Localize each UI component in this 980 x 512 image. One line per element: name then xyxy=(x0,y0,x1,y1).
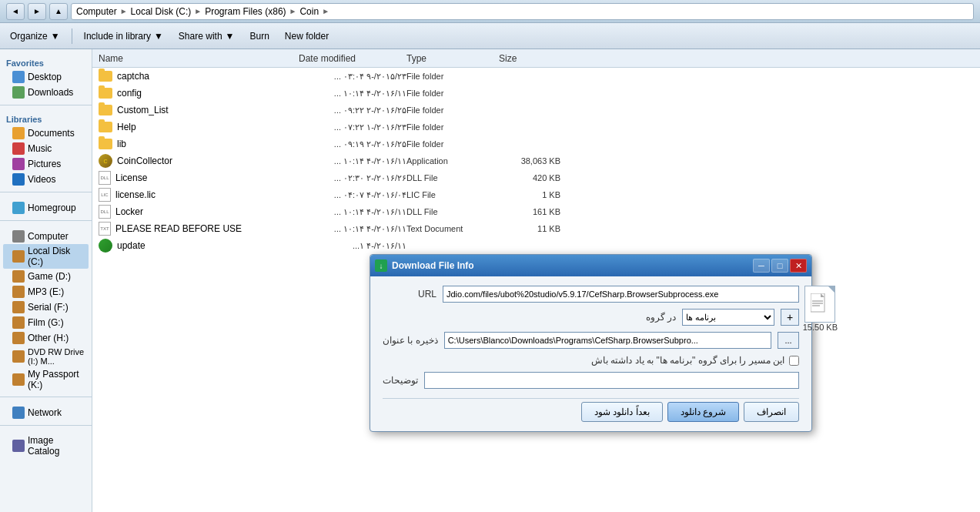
col-header-size[interactable]: Size xyxy=(499,53,560,64)
sidebar-item-mp3[interactable]: MP3 (E:) xyxy=(3,284,89,300)
organize-label: Organize xyxy=(10,31,48,42)
file-name: License xyxy=(115,172,147,183)
burn-button[interactable]: Burn xyxy=(242,26,276,46)
sidebar-item-dvd[interactable]: DVD RW Drive (I:) M... xyxy=(3,346,89,367)
breadcrumb[interactable]: Computer ► Local Disk (C:) ► Program Fil… xyxy=(71,3,974,20)
sidebar-item-serial[interactable]: Serial (F:) xyxy=(3,300,89,315)
favorites-title[interactable]: Favorites xyxy=(3,57,89,69)
dialog-close-button[interactable]: ✕ xyxy=(790,259,807,273)
lic-icon: LIC xyxy=(99,188,111,202)
table-row[interactable]: lib ۲۰۱۶/۲۵/-۲ ۰۹:۱۹ ... File folder xyxy=(92,136,980,152)
sidebar-item-pictures[interactable]: Pictures xyxy=(3,156,89,172)
include-label: Include in library xyxy=(84,31,151,42)
saveas-field[interactable] xyxy=(444,332,771,349)
group-add-button[interactable]: + xyxy=(781,309,799,326)
organize-button[interactable]: Organize ▼ xyxy=(3,26,67,46)
table-row[interactable]: C CoinCollector ۲۰۱۶/۱۱/-۴ ۱۰:۱۴ ... App… xyxy=(92,152,980,169)
breadcrumb-computer[interactable]: Computer xyxy=(76,6,117,17)
libraries-section: Libraries Documents Music Pictures Video… xyxy=(0,109,92,189)
download-dialog: ↓ Download File Info ─ □ ✕ URL در گروه ب… xyxy=(370,254,812,432)
dll-icon: DLL xyxy=(99,171,111,185)
homegroup-label: Homegroup xyxy=(28,202,76,213)
sidebar-item-music[interactable]: Music xyxy=(3,141,89,156)
file-type: DLL File xyxy=(406,173,499,182)
file-name-cell: DLL Locker xyxy=(99,205,299,219)
film-label: Film (G:) xyxy=(28,317,64,328)
file-date: ۲۰۱۶/۱۱/-۴ ۱... xyxy=(299,241,406,251)
table-row[interactable]: update ۲۰۱۶/۱۱/-۴ ۱... xyxy=(92,237,980,254)
sidebar-item-documents[interactable]: Documents xyxy=(3,125,89,141)
table-row[interactable]: LIC license.lic ۲۰۱۶/۰۴/-۴ ۰۴:۰۷ ... LIC… xyxy=(92,186,980,203)
serial-drive-icon xyxy=(12,301,25,313)
breadcrumb-coin[interactable]: Coin xyxy=(299,6,319,17)
include-library-button[interactable]: Include in library ▼ xyxy=(77,26,170,46)
sidebar: Favorites Desktop Downloads Libraries Do… xyxy=(0,49,92,512)
table-row[interactable]: DLL License ۲۰۱۶/۲۶/-۲ ۰۲:۳۰ ... DLL Fil… xyxy=(92,169,980,186)
up-button[interactable]: ▲ xyxy=(49,3,68,20)
file-name-cell: DLL License xyxy=(99,171,299,185)
share-with-button[interactable]: Share with ▼ xyxy=(172,26,242,46)
dialog-maximize-button[interactable]: □ xyxy=(771,259,788,273)
browse-button[interactable]: ... xyxy=(778,332,799,349)
file-preview-area: 15.50 KB xyxy=(803,286,838,332)
table-row[interactable]: config ۲۰۱۶/۱۱/-۴ ۱۰:۱۴ ... File folder xyxy=(92,85,980,102)
music-icon xyxy=(12,142,25,155)
url-field[interactable] xyxy=(443,286,799,303)
url-row: URL xyxy=(383,286,799,303)
locker-dll-icon: DLL xyxy=(99,205,111,219)
breadcrumb-programfiles[interactable]: Program Files (x86) xyxy=(205,6,286,17)
col-header-type[interactable]: Type xyxy=(406,53,499,64)
table-row[interactable]: Custom_List ۲۰۱۶/۲۵/-۲ ۰۹:۲۲ ... File fo… xyxy=(92,102,980,119)
start-download-button[interactable]: شروع دانلود xyxy=(667,402,739,422)
desc-field[interactable] xyxy=(424,372,799,389)
passport-drive-icon xyxy=(12,373,25,386)
file-name-cell: TXT PLEASE READ BEFORE USE xyxy=(99,222,299,236)
sidebar-item-imagecatalog[interactable]: Image Catalog xyxy=(3,433,89,458)
table-row[interactable]: captcha ۲۰۱۵/۲۳/-۹ ۰۳:۰۴ ... File folder xyxy=(92,68,980,85)
videos-label: Videos xyxy=(28,174,55,185)
localdisk-label: Local Disk (C:) xyxy=(28,246,85,267)
new-folder-button[interactable]: New folder xyxy=(278,26,336,46)
burn-label: Burn xyxy=(249,31,269,42)
sidebar-item-mypassport[interactable]: My Passport (K:) xyxy=(3,367,89,392)
remember-row: این مسیر را برای گروه "برنامه ها" به یاد… xyxy=(383,355,799,366)
film-drive-icon xyxy=(12,316,25,329)
libraries-title[interactable]: Libraries xyxy=(3,113,89,125)
col-header-date[interactable]: Date modified xyxy=(299,53,406,64)
sidebar-item-film[interactable]: Film (G:) xyxy=(3,315,89,330)
downloads-label: Downloads xyxy=(28,87,73,98)
sidebar-item-localdisk[interactable]: Local Disk (C:) xyxy=(3,244,89,269)
remember-checkbox[interactable] xyxy=(789,356,799,366)
table-row[interactable]: TXT PLEASE READ BEFORE USE ۲۰۱۶/۱۱/-۴ ۱۰… xyxy=(92,220,980,237)
file-date: ۲۰۱۶/۱۱/-۴ ۱۰:۱۴ ... xyxy=(299,89,406,99)
sidebar-item-videos[interactable]: Videos xyxy=(3,172,89,187)
group-select[interactable]: برنامه ها xyxy=(682,309,774,326)
next-download-button[interactable]: بعداً دانلود شود xyxy=(581,402,663,422)
folder-icon xyxy=(99,88,112,99)
sidebar-item-downloads[interactable]: Downloads xyxy=(3,85,89,100)
table-row[interactable]: Help ۲۰۱۶/۲۳/-۱ ۰۷:۲۲ ... File folder xyxy=(92,119,980,136)
sidebar-item-network[interactable]: Network xyxy=(3,405,89,420)
sidebar-item-computer[interactable]: Computer xyxy=(3,229,89,244)
file-size: 420 KB xyxy=(499,173,560,182)
file-type: File folder xyxy=(406,72,499,81)
cancel-button[interactable]: انصراف xyxy=(744,402,799,422)
dialog-minimize-button[interactable]: ─ xyxy=(753,259,770,273)
sidebar-item-homegroup[interactable]: Homegroup xyxy=(3,200,89,216)
breadcrumb-localdisk[interactable]: Local Disk (C:) xyxy=(131,6,192,17)
sidebar-item-game[interactable]: Game (D:) xyxy=(3,269,89,284)
sidebar-item-other[interactable]: Other (H:) xyxy=(3,330,89,346)
file-name: config xyxy=(117,88,142,99)
table-row[interactable]: DLL Locker ۲۰۱۶/۱۱/-۴ ۱۰:۱۴ ... DLL File… xyxy=(92,203,980,220)
network-icon xyxy=(12,407,25,419)
file-name: update xyxy=(117,240,145,251)
nav-area: ◄ ► ▲ Computer ► Local Disk (C:) ► Progr… xyxy=(6,3,974,20)
sidebar-divider4 xyxy=(0,397,92,397)
sidebar-item-desktop[interactable]: Desktop xyxy=(3,69,89,85)
back-button[interactable]: ◄ xyxy=(6,3,25,20)
forward-button[interactable]: ► xyxy=(28,3,46,20)
dialog-title-text: Download File Info xyxy=(392,260,474,271)
file-date: ۲۰۱۶/۱۱/-۴ ۱۰:۱۴ ... xyxy=(299,156,406,166)
col-header-name[interactable]: Name xyxy=(99,53,299,64)
localdisk-icon xyxy=(12,250,25,263)
